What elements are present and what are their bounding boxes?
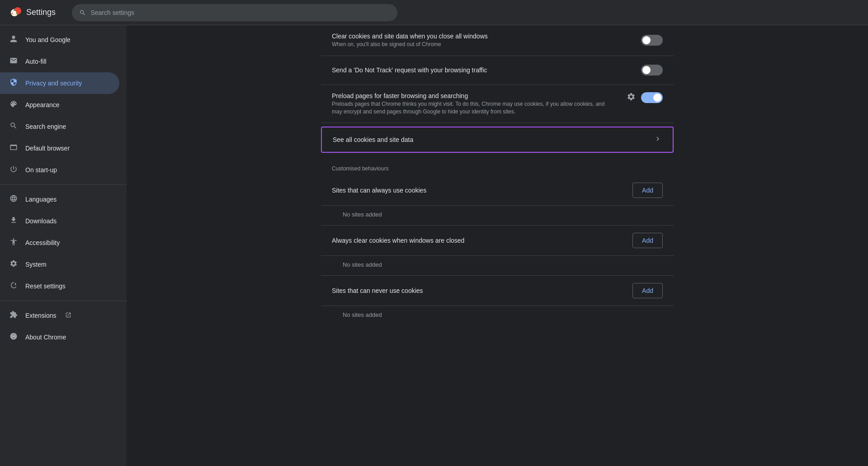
sidebar-label-languages: Languages bbox=[25, 196, 57, 203]
toggle-thumb bbox=[642, 36, 651, 44]
sidebar-item-reset-settings[interactable]: Reset settings bbox=[0, 275, 119, 297]
always-use-cookies-row: Sites that can always use cookies Add bbox=[321, 175, 674, 206]
clear-cookies-toggle[interactable] bbox=[641, 35, 663, 46]
never-use-cookies-row: Sites that can never use cookies Add bbox=[321, 276, 674, 306]
sidebar-label-search-engine: Search engine bbox=[25, 123, 66, 130]
languages-icon bbox=[9, 194, 18, 205]
appearance-icon bbox=[9, 100, 18, 110]
privacy-icon bbox=[9, 78, 18, 89]
chrome-logo-icon bbox=[7, 5, 22, 20]
always-clear-cookies-add-button[interactable]: Add bbox=[632, 233, 663, 248]
sidebar: You and Google Auto-fill Privacy and sec… bbox=[0, 25, 127, 466]
sidebar-label-extensions: Extensions bbox=[25, 312, 56, 319]
toggle-thumb-dnt bbox=[642, 66, 651, 74]
always-clear-cookies-title: Always clear cookies when windows are cl… bbox=[332, 237, 464, 244]
do-not-track-controls bbox=[641, 65, 663, 75]
preload-settings-icon[interactable] bbox=[627, 92, 636, 104]
search-input[interactable] bbox=[90, 9, 390, 16]
sidebar-item-on-startup[interactable]: On start-up bbox=[0, 159, 119, 181]
do-not-track-text: Send a 'Do Not Track' request with your … bbox=[332, 66, 634, 74]
toggle-thumb-preload bbox=[653, 94, 661, 102]
preload-text: Preload pages for faster browsing and se… bbox=[332, 92, 619, 116]
sidebar-label-system: System bbox=[25, 261, 47, 268]
sidebar-label-reset-settings: Reset settings bbox=[25, 282, 66, 290]
external-link-icon bbox=[65, 312, 71, 320]
sidebar-item-system[interactable]: System bbox=[0, 254, 119, 275]
chevron-right-icon bbox=[654, 135, 662, 145]
sidebar-item-you-and-google[interactable]: You and Google bbox=[0, 29, 119, 51]
clear-cookies-row: Clear cookies and site data when you clo… bbox=[321, 25, 674, 56]
never-use-cookies-empty: No sites added bbox=[321, 306, 674, 325]
preload-controls bbox=[627, 92, 663, 104]
see-all-cookies-row[interactable]: See all cookies and site data bbox=[321, 127, 674, 153]
clear-cookies-controls bbox=[641, 35, 663, 46]
sidebar-item-default-browser[interactable]: Default browser bbox=[0, 137, 119, 159]
do-not-track-row: Send a 'Do Not Track' request with your … bbox=[321, 56, 674, 85]
always-use-cookies-title: Sites that can always use cookies bbox=[332, 187, 426, 194]
never-use-cookies-title: Sites that can never use cookies bbox=[332, 287, 423, 294]
system-icon bbox=[9, 259, 18, 270]
sidebar-label-you-and-google: You and Google bbox=[25, 36, 71, 43]
clear-cookies-title: Clear cookies and site data when you clo… bbox=[332, 33, 634, 40]
startup-icon bbox=[9, 165, 18, 175]
sidebar-label-about-chrome: About Chrome bbox=[25, 334, 66, 341]
sidebar-item-auto-fill[interactable]: Auto-fill bbox=[0, 51, 119, 72]
about-chrome-icon bbox=[9, 332, 18, 343]
preload-row: Preload pages for faster browsing and se… bbox=[321, 85, 674, 123]
content-inner: Clear cookies and site data when you clo… bbox=[321, 25, 674, 344]
sidebar-label-on-startup: On start-up bbox=[25, 166, 57, 174]
always-use-cookies-add-button[interactable]: Add bbox=[632, 183, 663, 198]
sidebar-divider-2 bbox=[0, 301, 127, 301]
autofill-icon bbox=[9, 56, 18, 67]
content-area: Clear cookies and site data when you clo… bbox=[127, 25, 868, 466]
sidebar-label-auto-fill: Auto-fill bbox=[25, 58, 47, 65]
extensions-icon bbox=[9, 311, 18, 321]
search-icon bbox=[79, 9, 86, 16]
svg-point-1 bbox=[13, 11, 16, 14]
default-browser-icon bbox=[9, 143, 18, 154]
sidebar-item-privacy-security[interactable]: Privacy and security bbox=[0, 72, 119, 94]
logo-container: Settings bbox=[7, 5, 56, 20]
always-clear-cookies-empty: No sites added bbox=[321, 256, 674, 276]
clear-cookies-text: Clear cookies and site data when you clo… bbox=[332, 33, 634, 48]
clear-cookies-subtitle: When on, you'll also be signed out of Ch… bbox=[332, 41, 634, 48]
do-not-track-toggle[interactable] bbox=[641, 65, 663, 75]
preload-title: Preload pages for faster browsing and se… bbox=[332, 92, 612, 99]
main-layout: You and Google Auto-fill Privacy and sec… bbox=[0, 25, 868, 466]
header: Settings bbox=[0, 0, 868, 25]
reset-icon bbox=[9, 281, 18, 292]
sidebar-divider-1 bbox=[0, 184, 127, 185]
do-not-track-title: Send a 'Do Not Track' request with your … bbox=[332, 66, 634, 74]
sidebar-item-accessibility[interactable]: Accessibility bbox=[0, 232, 119, 254]
sidebar-item-about-chrome[interactable]: About Chrome bbox=[0, 326, 119, 348]
sidebar-label-privacy-security: Privacy and security bbox=[25, 80, 82, 87]
search-bar[interactable] bbox=[72, 4, 397, 21]
sidebar-item-search-engine[interactable]: Search engine bbox=[0, 116, 119, 137]
search-engine-icon bbox=[9, 122, 18, 132]
always-use-cookies-empty: No sites added bbox=[321, 206, 674, 226]
sidebar-item-languages[interactable]: Languages bbox=[0, 188, 119, 210]
downloads-icon bbox=[9, 216, 18, 226]
sidebar-label-default-browser: Default browser bbox=[25, 145, 70, 152]
sidebar-item-extensions[interactable]: Extensions bbox=[0, 305, 119, 326]
customised-header: Customised behaviours bbox=[321, 156, 674, 175]
never-use-cookies-add-button[interactable]: Add bbox=[632, 283, 663, 298]
preload-toggle[interactable] bbox=[641, 92, 663, 103]
preload-description: Preloads pages that Chrome thinks you mi… bbox=[332, 100, 612, 116]
user-icon bbox=[9, 35, 18, 45]
customised-section: Customised behaviours Sites that can alw… bbox=[321, 156, 674, 325]
see-all-cookies-label: See all cookies and site data bbox=[333, 136, 413, 143]
app-title: Settings bbox=[26, 8, 56, 17]
sidebar-item-downloads[interactable]: Downloads bbox=[0, 210, 119, 232]
sidebar-label-accessibility: Accessibility bbox=[25, 239, 60, 246]
sidebar-label-downloads: Downloads bbox=[25, 217, 57, 225]
always-clear-cookies-row: Always clear cookies when windows are cl… bbox=[321, 226, 674, 256]
accessibility-icon bbox=[9, 238, 18, 248]
sidebar-label-appearance: Appearance bbox=[25, 101, 60, 108]
sidebar-item-appearance[interactable]: Appearance bbox=[0, 94, 119, 116]
